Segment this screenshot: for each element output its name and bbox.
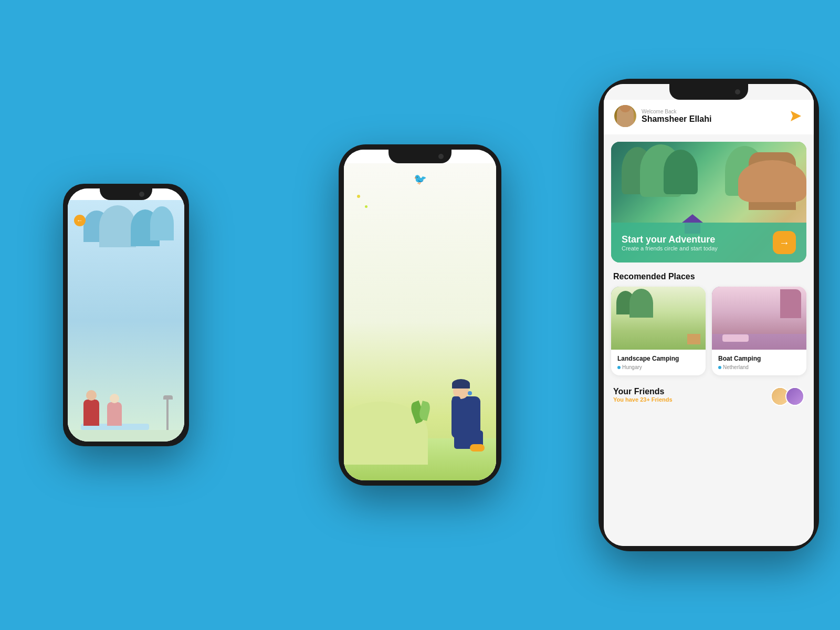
loc-dot-1 [617, 366, 621, 369]
lamp-head [163, 395, 173, 400]
phone-left: Landscape Camping $19/person About Are y… [63, 184, 189, 446]
mid-phone-content: 🐦 [344, 150, 496, 480]
loc-dot-2 [718, 366, 721, 369]
svg-marker-0 [791, 111, 801, 121]
pc2-boat [722, 334, 749, 342]
avatar [614, 105, 636, 127]
avatar-head [620, 105, 631, 112]
bird-icon: 🐦 [414, 173, 427, 185]
place-info-2: Boat Camping Netherland [712, 350, 806, 375]
flower-1 [357, 195, 360, 198]
notch-mid [388, 150, 452, 163]
right-header: Welcome Back Shamsheer Ellahi [604, 100, 814, 134]
recommended-title: Recomended Places [604, 262, 814, 287]
person2-head [110, 394, 119, 403]
pc1-path [687, 334, 700, 344]
place-name-2: Boat Camping [718, 355, 800, 362]
ground [68, 430, 184, 442]
banner-title: Start your Adventure [622, 234, 718, 245]
notch-left [100, 188, 152, 200]
tree-4 [150, 206, 174, 240]
place-img-1 [611, 287, 706, 350]
banner-big-tree [749, 152, 796, 210]
phone-right: Welcome Back Shamsheer Ellahi [598, 79, 819, 551]
person2-body [107, 402, 122, 426]
woman-figure [412, 349, 491, 454]
places-row: Landscape Camping Hungary [604, 287, 814, 383]
person1-body [83, 400, 99, 426]
banner-tree-3 [664, 150, 698, 194]
place-name-1: Landscape Camping [617, 355, 699, 362]
person1-head [86, 390, 97, 401]
camera-right [735, 89, 740, 94]
place-card-1[interactable]: Landscape Camping Hungary [611, 287, 706, 375]
big-tree-canopy [738, 160, 806, 202]
woman-hair [452, 379, 470, 388]
banner-arrow-button[interactable]: → [773, 231, 796, 254]
arm [452, 396, 460, 412]
friends-section: Your Friends You have 23+ Friends [604, 383, 814, 409]
friends-avatars [771, 387, 804, 406]
welcome-back-label: Welcome Back [642, 109, 711, 114]
banner-overlay: Start your Adventure Create a friends ci… [611, 223, 806, 262]
phone-middle: 🐦 [339, 144, 501, 486]
flower-2 [365, 205, 368, 208]
scene: Landscape Camping $19/person About Are y… [0, 0, 840, 630]
left-hero-image [68, 200, 184, 442]
place-info-1: Landscape Camping Hungary [611, 350, 706, 375]
mid-hero: 🐦 [344, 163, 496, 480]
place-loc-2: Netherland [718, 364, 800, 370]
camera-mid [438, 154, 444, 159]
lamp-post [166, 400, 169, 431]
plant-left [412, 391, 433, 423]
pc1-tree2 [629, 289, 653, 318]
send-icon[interactable] [789, 109, 803, 123]
camera-left [139, 192, 144, 197]
notch-right [669, 84, 748, 100]
hair-tie [468, 391, 472, 395]
friends-title: Your Friends [613, 387, 673, 396]
user-name: Shamsheer Ellahi [642, 114, 711, 124]
banner-text: Start your Adventure Create a friends ci… [622, 234, 718, 251]
welcome-text: Welcome Back Shamsheer Ellahi [642, 109, 711, 124]
friends-sub: You have 23+ Friends [613, 396, 673, 403]
banner-sub: Create a friends circle and start today [622, 245, 718, 251]
pc2-tree [780, 289, 801, 318]
shoe-1 [470, 444, 485, 452]
place-loc-1: Hungary [617, 364, 699, 370]
place-img-2 [712, 287, 806, 350]
friends-text: Your Friends You have 23+ Friends [613, 387, 673, 403]
place-card-2[interactable]: Boat Camping Netherland [712, 287, 806, 375]
right-phone-content: Welcome Back Shamsheer Ellahi [604, 84, 814, 546]
left-phone-content: Landscape Camping $19/person About Are y… [68, 188, 184, 442]
avatar-wrap: Welcome Back Shamsheer Ellahi [614, 105, 711, 127]
adventure-banner: Start your Adventure Create a friends ci… [611, 142, 806, 262]
back-button[interactable] [74, 215, 86, 226]
friend-avatar-2 [785, 387, 804, 406]
